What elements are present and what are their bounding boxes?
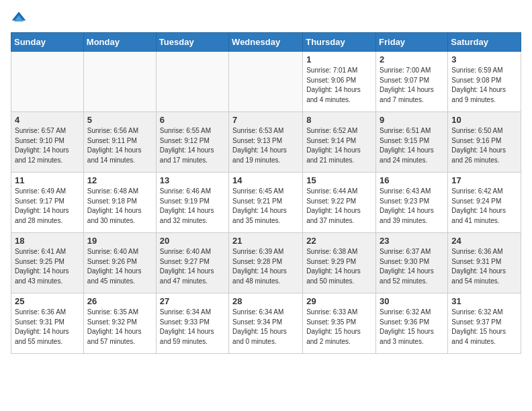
calendar-cell: 23Sunrise: 6:37 AM Sunset: 9:30 PM Dayli… xyxy=(376,233,448,293)
calendar-cell: 5Sunrise: 6:56 AM Sunset: 9:11 PM Daylig… xyxy=(83,112,156,173)
day-info: Sunrise: 7:00 AM Sunset: 9:07 PM Dayligh… xyxy=(380,66,444,105)
day-info: Sunrise: 6:46 AM Sunset: 9:19 PM Dayligh… xyxy=(160,187,225,226)
day-info: Sunrise: 6:49 AM Sunset: 9:17 PM Dayligh… xyxy=(15,187,80,226)
calendar-cell: 19Sunrise: 6:40 AM Sunset: 9:26 PM Dayli… xyxy=(83,233,156,293)
day-number: 7 xyxy=(232,115,299,125)
logo-icon xyxy=(11,11,27,27)
calendar-cell: 10Sunrise: 6:50 AM Sunset: 9:16 PM Dayli… xyxy=(448,112,521,173)
calendar-cell: 18Sunrise: 6:41 AM Sunset: 9:25 PM Dayli… xyxy=(11,233,84,293)
day-number: 1 xyxy=(306,54,372,64)
day-info: Sunrise: 6:35 AM Sunset: 9:32 PM Dayligh… xyxy=(87,308,152,347)
day-info: Sunrise: 6:44 AM Sunset: 9:22 PM Dayligh… xyxy=(306,187,372,226)
calendar-cell: 17Sunrise: 6:42 AM Sunset: 9:24 PM Dayli… xyxy=(448,173,521,233)
calendar-cell: 31Sunrise: 6:32 AM Sunset: 9:37 PM Dayli… xyxy=(448,293,521,354)
calendar-cell: 22Sunrise: 6:38 AM Sunset: 9:29 PM Dayli… xyxy=(303,233,376,293)
calendar-cell xyxy=(11,52,84,112)
calendar-cell xyxy=(83,52,156,112)
calendar-week-row: 4Sunrise: 6:57 AM Sunset: 9:10 PM Daylig… xyxy=(11,112,521,173)
calendar-cell: 9Sunrise: 6:51 AM Sunset: 9:15 PM Daylig… xyxy=(376,112,448,173)
day-info: Sunrise: 6:38 AM Sunset: 9:29 PM Dayligh… xyxy=(306,247,372,286)
day-info: Sunrise: 6:41 AM Sunset: 9:25 PM Dayligh… xyxy=(15,247,80,286)
day-number: 15 xyxy=(306,175,372,185)
day-info: Sunrise: 6:50 AM Sunset: 9:16 PM Dayligh… xyxy=(451,126,517,165)
day-number: 26 xyxy=(87,296,152,306)
calendar-header-row: SundayMondayTuesdayWednesdayThursdayFrid… xyxy=(11,33,521,52)
header-wednesday: Wednesday xyxy=(229,33,303,52)
day-info: Sunrise: 6:40 AM Sunset: 9:27 PM Dayligh… xyxy=(160,247,225,286)
day-number: 27 xyxy=(160,296,225,306)
calendar-week-row: 18Sunrise: 6:41 AM Sunset: 9:25 PM Dayli… xyxy=(11,233,521,293)
day-info: Sunrise: 6:37 AM Sunset: 9:30 PM Dayligh… xyxy=(380,247,444,286)
calendar-cell: 4Sunrise: 6:57 AM Sunset: 9:10 PM Daylig… xyxy=(11,112,84,173)
day-info: Sunrise: 6:32 AM Sunset: 9:36 PM Dayligh… xyxy=(380,308,444,347)
day-info: Sunrise: 6:36 AM Sunset: 9:31 PM Dayligh… xyxy=(451,247,517,286)
calendar-cell: 24Sunrise: 6:36 AM Sunset: 9:31 PM Dayli… xyxy=(448,233,521,293)
header-sunday: Sunday xyxy=(11,33,84,52)
header-saturday: Saturday xyxy=(448,33,521,52)
day-number: 3 xyxy=(451,54,517,64)
calendar-cell: 12Sunrise: 6:48 AM Sunset: 9:18 PM Dayli… xyxy=(83,173,156,233)
calendar-cell: 26Sunrise: 6:35 AM Sunset: 9:32 PM Dayli… xyxy=(83,293,156,354)
day-number: 30 xyxy=(380,296,444,306)
calendar-cell: 11Sunrise: 6:49 AM Sunset: 9:17 PM Dayli… xyxy=(11,173,84,233)
calendar-week-row: 1Sunrise: 7:01 AM Sunset: 9:06 PM Daylig… xyxy=(11,52,521,112)
day-number: 6 xyxy=(160,115,225,125)
calendar-cell xyxy=(156,52,228,112)
calendar-week-row: 11Sunrise: 6:49 AM Sunset: 9:17 PM Dayli… xyxy=(11,173,521,233)
day-info: Sunrise: 6:53 AM Sunset: 9:13 PM Dayligh… xyxy=(232,126,299,165)
day-info: Sunrise: 6:45 AM Sunset: 9:21 PM Dayligh… xyxy=(232,187,299,226)
day-info: Sunrise: 6:34 AM Sunset: 9:34 PM Dayligh… xyxy=(232,308,299,347)
header-monday: Monday xyxy=(83,33,156,52)
day-info: Sunrise: 6:51 AM Sunset: 9:15 PM Dayligh… xyxy=(380,126,444,165)
calendar-cell: 6Sunrise: 6:55 AM Sunset: 9:12 PM Daylig… xyxy=(156,112,228,173)
header-thursday: Thursday xyxy=(303,33,376,52)
day-number: 16 xyxy=(380,175,444,185)
day-number: 22 xyxy=(306,236,372,246)
day-info: Sunrise: 6:43 AM Sunset: 9:23 PM Dayligh… xyxy=(380,187,444,226)
day-number: 23 xyxy=(380,236,444,246)
page-header xyxy=(11,11,521,27)
calendar-cell: 29Sunrise: 6:33 AM Sunset: 9:35 PM Dayli… xyxy=(303,293,376,354)
header-tuesday: Tuesday xyxy=(156,33,228,52)
day-number: 11 xyxy=(15,175,80,185)
calendar-cell: 25Sunrise: 6:36 AM Sunset: 9:31 PM Dayli… xyxy=(11,293,84,354)
calendar-cell: 16Sunrise: 6:43 AM Sunset: 9:23 PM Dayli… xyxy=(376,173,448,233)
day-number: 17 xyxy=(451,175,517,185)
calendar-cell: 13Sunrise: 6:46 AM Sunset: 9:19 PM Dayli… xyxy=(156,173,228,233)
day-info: Sunrise: 6:55 AM Sunset: 9:12 PM Dayligh… xyxy=(160,126,225,165)
day-info: Sunrise: 6:34 AM Sunset: 9:33 PM Dayligh… xyxy=(160,308,225,347)
calendar-cell: 3Sunrise: 6:59 AM Sunset: 9:08 PM Daylig… xyxy=(448,52,521,112)
calendar-week-row: 25Sunrise: 6:36 AM Sunset: 9:31 PM Dayli… xyxy=(11,293,521,354)
day-number: 12 xyxy=(87,175,152,185)
day-info: Sunrise: 6:56 AM Sunset: 9:11 PM Dayligh… xyxy=(87,126,152,165)
day-number: 18 xyxy=(15,236,80,246)
day-info: Sunrise: 6:40 AM Sunset: 9:26 PM Dayligh… xyxy=(87,247,152,286)
day-info: Sunrise: 6:39 AM Sunset: 9:28 PM Dayligh… xyxy=(232,247,299,286)
day-number: 14 xyxy=(232,175,299,185)
day-info: Sunrise: 6:48 AM Sunset: 9:18 PM Dayligh… xyxy=(87,187,152,226)
day-info: Sunrise: 6:32 AM Sunset: 9:37 PM Dayligh… xyxy=(451,308,517,347)
day-number: 31 xyxy=(451,296,517,306)
day-info: Sunrise: 7:01 AM Sunset: 9:06 PM Dayligh… xyxy=(306,66,372,105)
day-number: 5 xyxy=(87,115,152,125)
day-info: Sunrise: 6:57 AM Sunset: 9:10 PM Dayligh… xyxy=(15,126,80,165)
calendar-cell: 7Sunrise: 6:53 AM Sunset: 9:13 PM Daylig… xyxy=(229,112,303,173)
day-info: Sunrise: 6:52 AM Sunset: 9:14 PM Dayligh… xyxy=(306,126,372,165)
calendar-table: SundayMondayTuesdayWednesdayThursdayFrid… xyxy=(11,32,521,354)
calendar-cell: 30Sunrise: 6:32 AM Sunset: 9:36 PM Dayli… xyxy=(376,293,448,354)
calendar-cell: 8Sunrise: 6:52 AM Sunset: 9:14 PM Daylig… xyxy=(303,112,376,173)
day-number: 13 xyxy=(160,175,225,185)
day-number: 4 xyxy=(15,115,80,125)
logo xyxy=(11,11,30,27)
day-info: Sunrise: 6:33 AM Sunset: 9:35 PM Dayligh… xyxy=(306,308,372,347)
day-info: Sunrise: 6:36 AM Sunset: 9:31 PM Dayligh… xyxy=(15,308,80,347)
day-info: Sunrise: 6:59 AM Sunset: 9:08 PM Dayligh… xyxy=(451,66,517,105)
day-number: 24 xyxy=(451,236,517,246)
day-number: 8 xyxy=(306,115,372,125)
calendar-cell: 14Sunrise: 6:45 AM Sunset: 9:21 PM Dayli… xyxy=(229,173,303,233)
day-number: 21 xyxy=(232,236,299,246)
day-number: 29 xyxy=(306,296,372,306)
calendar-cell: 27Sunrise: 6:34 AM Sunset: 9:33 PM Dayli… xyxy=(156,293,228,354)
calendar-cell xyxy=(229,52,303,112)
calendar-cell: 1Sunrise: 7:01 AM Sunset: 9:06 PM Daylig… xyxy=(303,52,376,112)
